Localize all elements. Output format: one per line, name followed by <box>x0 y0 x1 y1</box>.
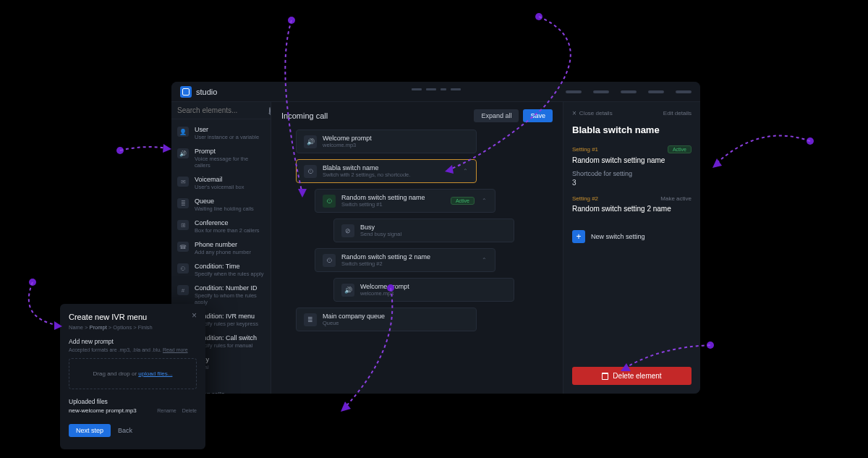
svg-marker-13 <box>712 158 722 168</box>
search-icon[interactable] <box>269 107 271 114</box>
create-ivr-modal: Create new IVR menu × Name > Prompt > Op… <box>60 304 205 449</box>
clock-icon: ⏲ <box>304 165 317 178</box>
details-title: Blabla switch name <box>572 124 692 135</box>
sound-icon: 🔊 <box>341 284 354 297</box>
shortcode-label: Shortcode for setting <box>572 170 692 177</box>
flow-node-queue[interactable]: ≣Main company queueQueue <box>296 308 477 331</box>
sound-icon: 🔊 <box>304 135 317 148</box>
setting-1: Setting #1Active Random switch setting n… <box>572 145 692 187</box>
svg-point-10 <box>707 342 714 349</box>
setting-number: Setting #2 <box>572 195 598 202</box>
flow-node-switch-setting-1[interactable]: ⏲Random switch setting nameSwitch settin… <box>315 189 495 213</box>
hash-icon: # <box>177 285 189 295</box>
nav-tab[interactable] <box>593 90 609 93</box>
expand-all-button[interactable]: Expand all <box>474 109 519 122</box>
uploaded-label: Uploaded files <box>69 398 197 405</box>
nav-tab[interactable] <box>566 90 582 93</box>
prompt-icon: 🔊 <box>177 148 189 158</box>
delete-file-link[interactable]: Delete <box>182 408 197 413</box>
top-tab[interactable] <box>441 88 446 90</box>
add-prompt-label: Add new prompt <box>69 338 197 345</box>
new-switch-setting-button[interactable]: + New switch setting <box>572 230 692 243</box>
canvas-title: Incoming call <box>281 111 328 120</box>
user-icon: 👤 <box>177 127 189 137</box>
nav-tab[interactable] <box>676 90 692 93</box>
top-tab[interactable] <box>451 88 461 90</box>
svg-point-12 <box>807 137 814 145</box>
conference-icon: ⊞ <box>177 220 189 230</box>
next-step-button[interactable]: Next step <box>69 424 111 437</box>
titlebar: studio <box>171 82 700 102</box>
edit-details-link[interactable]: Edit details <box>663 110 692 116</box>
dropzone[interactable]: Drag and drop or upload files... <box>69 358 197 389</box>
flow-node-switch-setting-2[interactable]: ⏲Random switch setting 2 nameSwitch sett… <box>315 248 495 272</box>
save-button[interactable]: Save <box>523 109 553 122</box>
flow-node-welcome-prompt-2[interactable]: 🔊Welcome promptwelcome.mp3 <box>333 278 514 302</box>
sidebar-item-user[interactable]: 👤UserUser instance or a variable <box>171 122 271 144</box>
svg-marker-9 <box>341 402 351 412</box>
svg-point-4 <box>116 147 124 154</box>
close-details-button[interactable]: ×Close details <box>572 109 613 117</box>
filename: new-welcome prompt.mp3 <box>69 407 137 414</box>
details-panel: ×Close details Edit details Blabla switc… <box>563 102 700 394</box>
app-title: studio <box>196 88 217 96</box>
svg-marker-5 <box>163 144 171 153</box>
sidebar-item-prompt[interactable]: 🔊PromptVoice message for the callers <box>171 144 271 172</box>
voicemail-icon: ✉ <box>177 177 189 187</box>
top-tab[interactable] <box>426 88 436 90</box>
sidebar-item-voicemail[interactable]: ✉VoicemailUser's voicemail box <box>171 172 271 194</box>
queue-icon: ≣ <box>304 313 317 326</box>
make-active-link[interactable]: Make active <box>660 195 692 202</box>
format-hint: Accepted formats are .mp3, .bla and .blu… <box>69 347 197 352</box>
close-icon: × <box>572 109 576 117</box>
flow-canvas[interactable]: Incoming call Expand all Save 🔊Welcome p… <box>271 102 563 394</box>
uploaded-file-row: new-welcome prompt.mp3 RenameDelete <box>69 407 197 414</box>
sidebar-item-conference[interactable]: ⊞ConferenceBox for more than 2 callers <box>171 216 271 237</box>
search-input[interactable] <box>177 106 269 114</box>
svg-point-2 <box>535 13 542 20</box>
sidebar-item-queue[interactable]: ≣QueueWaiting line holding calls <box>171 194 271 216</box>
svg-point-6 <box>29 279 36 286</box>
delete-element-button[interactable]: Delete element <box>572 367 692 385</box>
clock-icon: ⏲ <box>177 263 189 273</box>
breadcrumb: Name > Prompt > Options > Finish <box>69 324 197 331</box>
busy-icon: ⊘ <box>341 224 354 237</box>
close-icon[interactable]: × <box>192 310 197 321</box>
setting-name: Random switch setting 2 name <box>572 205 692 213</box>
app-logo <box>180 86 192 98</box>
clock-icon: ⏲ <box>323 195 336 208</box>
shortcode-value: 3 <box>572 179 692 187</box>
clock-icon: ⏲ <box>323 254 336 267</box>
flow-node-busy[interactable]: ⊘BusySend busy signal <box>333 219 514 242</box>
setting-2: Setting #2Make active Random switch sett… <box>572 195 692 219</box>
back-link[interactable]: Back <box>118 427 132 434</box>
trash-icon <box>602 373 608 380</box>
collapse-icon[interactable]: ⌃ <box>480 257 488 264</box>
phone-icon: ☎ <box>177 242 189 252</box>
active-badge: Active <box>451 197 475 205</box>
active-badge: Active <box>668 145 692 153</box>
flow-node-switch[interactable]: ⏲Blabla switch nameSwitch with 2 setting… <box>296 159 477 183</box>
search-row <box>171 102 271 119</box>
svg-point-0 <box>288 17 295 24</box>
collapse-icon[interactable]: ⌃ <box>461 168 469 175</box>
top-tab[interactable] <box>412 88 422 90</box>
read-more-link[interactable]: Read more <box>163 347 188 352</box>
collapse-icon[interactable]: ⌃ <box>480 198 488 205</box>
setting-name: Random switch setting name <box>572 156 692 164</box>
sidebar-item-phone[interactable]: ☎Phone numberAdd any phone number <box>171 237 271 259</box>
rename-link[interactable]: Rename <box>157 408 176 413</box>
nav-tab[interactable] <box>621 90 637 93</box>
nav-tab[interactable] <box>648 90 664 93</box>
flow-node-welcome-prompt[interactable]: 🔊Welcome promptwelcome.mp3 <box>296 130 477 153</box>
setting-number: Setting #1 <box>572 146 598 153</box>
app-window: studio 👤UserUser instance or a variable <box>171 82 700 394</box>
queue-icon: ≣ <box>177 198 189 208</box>
sidebar-item-cond-time[interactable]: ⏲Condition: TimeSpecify when the rules a… <box>171 259 271 281</box>
modal-title: Create new IVR menu <box>69 313 147 321</box>
plus-icon: + <box>572 230 585 243</box>
upload-files-link[interactable]: upload files... <box>138 370 172 377</box>
titlebar-tabs <box>566 90 692 93</box>
